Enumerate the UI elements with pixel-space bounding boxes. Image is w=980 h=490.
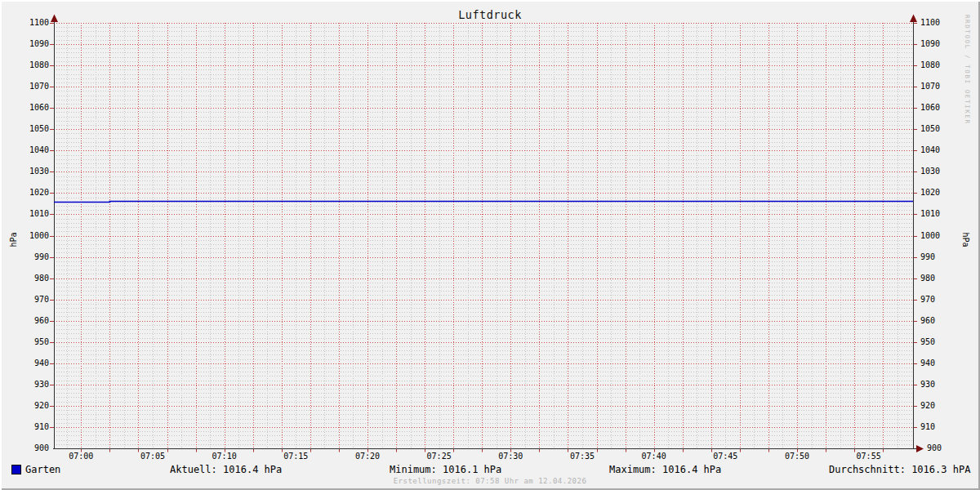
y-tick-label: 950 xyxy=(15,337,49,347)
y-tick-label: 960 xyxy=(920,316,935,326)
y-tick-label: 910 xyxy=(15,422,49,432)
y-tick-label: 970 xyxy=(920,295,935,305)
y-tick-label: 990 xyxy=(920,252,935,262)
y-tick-label: 910 xyxy=(920,422,935,432)
x-tick-label: 07:10 xyxy=(207,452,243,461)
x-tick-label: 07:40 xyxy=(636,452,672,461)
x-tick-label: 07:20 xyxy=(350,452,385,461)
y-tick-label: 1010 xyxy=(15,209,49,219)
x-tick-label: 07:15 xyxy=(278,452,314,461)
stat-durchschnitt: Durchschnitt: 1016.3 hPA xyxy=(829,464,970,475)
rrdtool-graph: Luftdruck 900910920930940950960970980990… xyxy=(0,0,980,490)
y-tick-label: 1020 xyxy=(15,188,49,198)
y-tick-label: 930 xyxy=(15,380,49,390)
y-tick-label: 970 xyxy=(15,295,49,305)
y-axis-unit-right: hPa xyxy=(961,224,970,256)
y-tick-label: 1030 xyxy=(920,167,940,176)
y-tick-label: 960 xyxy=(15,316,49,326)
y-tick-label: 900 xyxy=(15,443,49,453)
y-tick-label: 980 xyxy=(15,274,49,283)
x-tick-label: 07:35 xyxy=(564,452,600,461)
y-tick-label: 1070 xyxy=(920,82,940,91)
y-tick-label: 1030 xyxy=(15,167,49,176)
x-tick-label: 07:00 xyxy=(63,452,99,461)
stat-maximum: Maximum: 1016.4 hPa xyxy=(609,464,721,475)
x-tick-label: 07:50 xyxy=(779,452,815,461)
y-tick-label: 920 xyxy=(15,401,49,411)
x-tick-label: 07:30 xyxy=(492,452,528,461)
y-tick-label: 1080 xyxy=(15,60,49,70)
y-tick-label: 1070 xyxy=(15,82,49,91)
y-tick-label: 1020 xyxy=(920,188,940,198)
legend-series-label: Garten xyxy=(25,464,60,475)
x-tick-label: 07:45 xyxy=(707,452,743,461)
x-tick-label: 07:05 xyxy=(135,452,171,461)
y-tick-label: 1060 xyxy=(15,103,49,113)
y-tick-label: 980 xyxy=(920,274,935,283)
y-tick-label: 1000 xyxy=(15,231,49,241)
y-tick-label: 940 xyxy=(920,359,935,368)
y-tick-label: 1040 xyxy=(15,145,49,155)
x-tick-label: 07:55 xyxy=(851,452,887,461)
y-tick-label: 1080 xyxy=(920,60,940,70)
y-tick-label: 1040 xyxy=(920,145,940,155)
y-tick-label: 1100 xyxy=(920,18,940,28)
y-tick-label: 950 xyxy=(920,337,935,347)
rrdtool-watermark: RRDTOOL / TOBI OETIKER xyxy=(964,15,971,125)
y-tick-label: 1090 xyxy=(920,39,940,49)
y-tick-label: 940 xyxy=(15,359,49,368)
stat-aktuell: Aktuell: 1016.4 hPa xyxy=(170,464,282,475)
y-axis-unit-left: hPa xyxy=(9,224,18,256)
plot-area xyxy=(0,0,980,490)
legend-color-swatch xyxy=(11,465,21,474)
x-tick-label: 07:25 xyxy=(421,452,457,461)
y-tick-label: 900 xyxy=(927,443,942,453)
y-tick-label: 1050 xyxy=(920,124,940,134)
y-tick-label: 990 xyxy=(15,252,49,262)
y-tick-label: 1100 xyxy=(15,18,49,28)
y-tick-label: 1010 xyxy=(920,209,940,219)
creation-timestamp: Erstellungszeit: 07:58 Uhr am 12.04.2026 xyxy=(0,477,980,485)
y-tick-label: 1090 xyxy=(15,39,49,49)
y-tick-label: 1050 xyxy=(15,124,49,134)
y-tick-label: 1060 xyxy=(920,103,940,113)
y-tick-label: 920 xyxy=(920,401,935,411)
stat-minimum: Minimum: 1016.1 hPa xyxy=(390,464,501,475)
y-tick-label: 1000 xyxy=(920,231,940,241)
y-tick-label: 930 xyxy=(920,380,935,390)
